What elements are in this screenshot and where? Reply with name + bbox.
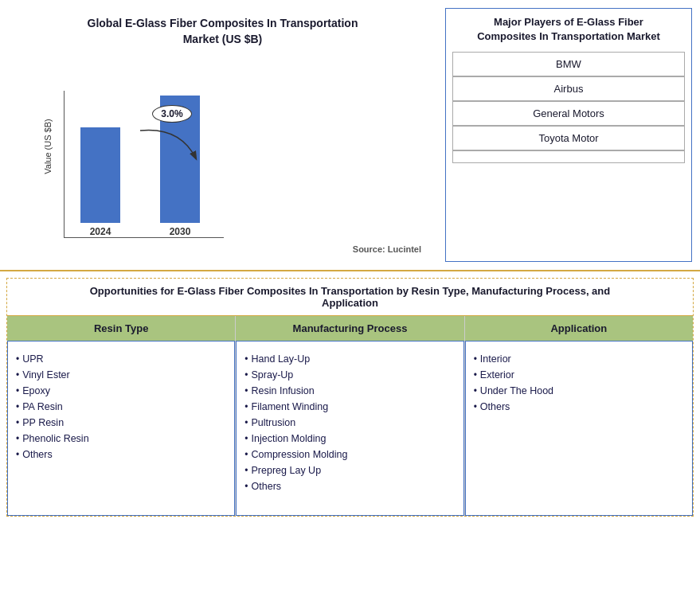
opp-col-body-2: •Interior•Exterior•Under The Hood•Others xyxy=(465,341,693,516)
bullet-icon: • xyxy=(244,401,248,412)
opp-item-text: Epoxy xyxy=(22,385,50,396)
bullet-icon: • xyxy=(244,417,248,428)
opp-item: •Others xyxy=(474,399,684,415)
opp-item-text: Resin Infusion xyxy=(252,385,315,396)
bullet-icon: • xyxy=(16,417,19,428)
opp-item: •Filament Winding xyxy=(244,399,455,415)
opp-item-text: Interior xyxy=(480,353,511,365)
opp-col-body-1: •Hand Lay-Up•Spray-Up•Resin Infusion•Fil… xyxy=(236,341,463,516)
opp-item-text: Others xyxy=(480,401,510,412)
bar-2024-label: 2024 xyxy=(90,226,111,237)
bullet-icon: • xyxy=(244,385,248,396)
opp-item: •Hand Lay-Up xyxy=(244,351,455,367)
opp-column-2: Application•Interior•Exterior•Under The … xyxy=(465,316,693,516)
opp-item: •UPR xyxy=(16,351,226,367)
bullet-icon: • xyxy=(474,385,477,396)
opp-item: •Under The Hood xyxy=(474,383,684,399)
player-row: General Motors xyxy=(452,101,685,126)
opp-item: •Pultrusion xyxy=(244,415,455,431)
bullet-icon: • xyxy=(16,449,19,460)
bar-2024: 2024 xyxy=(80,127,120,237)
opp-item: •Exterior xyxy=(474,367,684,383)
bullet-icon: • xyxy=(474,369,477,381)
opp-column-1: Manufacturing Process•Hand Lay-Up•Spray-… xyxy=(236,316,464,516)
opp-col-header-1: Manufacturing Process xyxy=(236,316,463,341)
y-axis-label: Value (US $B) xyxy=(43,119,53,174)
players-panel: Major Players of E-Glass Fiber Composite… xyxy=(445,8,692,262)
opp-item-text: UPR xyxy=(22,353,43,365)
opp-item-text: Others xyxy=(22,449,53,460)
player-row xyxy=(452,150,685,163)
opp-item: •Resin Infusion xyxy=(244,383,455,399)
bullet-icon: • xyxy=(244,449,248,460)
opp-item: •Epoxy xyxy=(16,383,226,399)
bullet-icon: • xyxy=(16,433,19,444)
opp-item-text: Filament Winding xyxy=(252,401,329,412)
bar-2030-label: 2030 xyxy=(170,226,191,237)
opp-item-text: Injection Molding xyxy=(252,433,327,444)
source-label: Source: Lucintel xyxy=(24,244,421,254)
bullet-icon: • xyxy=(474,353,477,365)
opp-item: •Injection Molding xyxy=(244,431,455,447)
opp-item-text: PA Resin xyxy=(22,401,63,412)
bullet-icon: • xyxy=(16,353,19,365)
opp-item: •PA Resin xyxy=(16,399,226,415)
opp-item-text: Hand Lay-Up xyxy=(252,353,311,365)
opp-item-text: Pultrusion xyxy=(252,417,296,428)
opportunities-section: Opportunities for E-Glass Fiber Composit… xyxy=(6,278,694,517)
opp-item: •PP Resin xyxy=(16,415,226,431)
bullet-icon: • xyxy=(244,433,248,444)
opp-column-0: Resin Type•UPR•Vinyl Ester•Epoxy•PA Resi… xyxy=(7,316,236,516)
bullet-icon: • xyxy=(474,401,477,412)
opp-item-text: Prepreg Lay Up xyxy=(252,465,322,476)
opp-col-header-0: Resin Type xyxy=(7,316,235,341)
annotation-bubble: 3.0% xyxy=(152,105,191,123)
opp-item: •Phenolic Resin xyxy=(16,431,226,447)
opp-item-text: Phenolic Resin xyxy=(22,433,88,444)
opp-item-text: Others xyxy=(252,481,282,492)
bullet-icon: • xyxy=(16,385,19,396)
opp-item-text: Compression Molding xyxy=(252,449,348,460)
player-row: BMW xyxy=(452,52,685,76)
opp-item-text: Spray-Up xyxy=(252,369,294,381)
opportunities-header: Opportunities for E-Glass Fiber Composit… xyxy=(7,279,693,316)
opp-item: •Compression Molding xyxy=(244,447,455,462)
opp-item: •Interior xyxy=(474,351,684,367)
opp-col-header-2: Application xyxy=(465,316,693,341)
opp-item: •Others xyxy=(244,478,455,494)
bullet-icon: • xyxy=(16,369,19,381)
bullet-icon: • xyxy=(244,353,248,365)
opp-item-text: Exterior xyxy=(480,369,514,381)
opp-item-text: Vinyl Ester xyxy=(22,369,70,381)
opp-item: •Others xyxy=(16,447,226,462)
bullet-icon: • xyxy=(244,481,248,492)
opp-item: •Prepreg Lay Up xyxy=(244,462,455,478)
opp-col-body-0: •UPR•Vinyl Ester•Epoxy•PA Resin•PP Resin… xyxy=(7,341,235,516)
chart-title: Global E-Glass Fiber Composites In Trans… xyxy=(24,16,421,47)
bullet-icon: • xyxy=(16,401,19,412)
bar-2024-rect xyxy=(80,127,120,223)
opp-item-text: PP Resin xyxy=(22,417,64,428)
arrow-icon xyxy=(132,123,212,166)
players-title: Major Players of E-Glass Fiber Composite… xyxy=(452,15,685,44)
bullet-icon: • xyxy=(244,465,248,476)
player-row: Airbus xyxy=(452,76,685,101)
opp-item: •Vinyl Ester xyxy=(16,367,226,383)
bullet-icon: • xyxy=(244,369,248,381)
player-row: Toyota Motor xyxy=(452,126,685,150)
opp-item: •Spray-Up xyxy=(244,367,455,383)
opp-item-text: Under The Hood xyxy=(480,385,553,396)
